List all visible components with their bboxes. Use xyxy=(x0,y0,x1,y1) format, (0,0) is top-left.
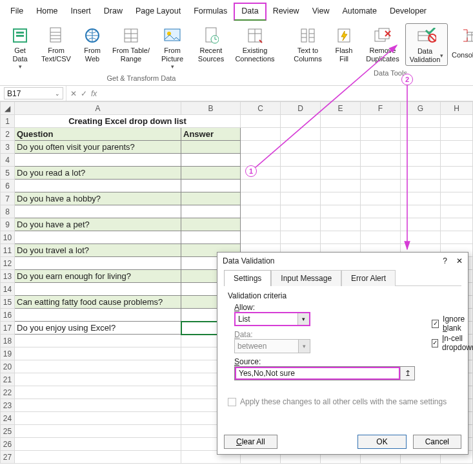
data-validation-button[interactable]: Data Validation ▾ xyxy=(405,23,448,66)
cell[interactable] xyxy=(361,154,401,167)
cell[interactable] xyxy=(401,192,441,205)
from-picture-button[interactable]: From Picture ▾ xyxy=(154,23,191,71)
cell[interactable] xyxy=(241,192,281,205)
cell[interactable] xyxy=(441,141,473,154)
cell[interactable] xyxy=(441,192,473,205)
incell-dropdown-checkbox[interactable]: ✓In-cell dropdown xyxy=(432,334,473,352)
cell[interactable] xyxy=(281,115,321,128)
col-A[interactable]: A xyxy=(15,102,181,115)
recent-sources-button[interactable]: Recent Sources xyxy=(192,23,230,71)
menu-formulas[interactable]: Formulas xyxy=(187,4,234,19)
existing-connections-button[interactable]: Existing Connections xyxy=(231,23,279,71)
cell[interactable] xyxy=(401,180,441,192)
cell[interactable] xyxy=(321,192,361,205)
cell[interactable] xyxy=(15,257,181,270)
cell[interactable] xyxy=(401,205,441,218)
ignore-blank-checkbox[interactable]: ✓Ignore blank xyxy=(432,315,473,333)
cell[interactable]: Do you have a hobby? xyxy=(15,192,181,205)
row-23[interactable]: 23 xyxy=(1,399,15,412)
cell[interactable] xyxy=(181,218,241,231)
cell[interactable] xyxy=(241,205,281,218)
row-16[interactable]: 16 xyxy=(1,309,15,322)
from-web-button[interactable]: From Web xyxy=(76,23,108,71)
col-F[interactable]: F xyxy=(361,102,401,115)
menu-insert[interactable]: Insert xyxy=(65,4,97,19)
cell[interactable] xyxy=(15,386,181,399)
menu-data[interactable]: Data xyxy=(234,3,266,21)
cell[interactable] xyxy=(401,128,441,141)
menu-home[interactable]: Home xyxy=(30,4,64,19)
col-D[interactable]: D xyxy=(281,102,321,115)
menu-review[interactable]: Review xyxy=(267,4,306,19)
get-data-button[interactable]: Get Data ▾ xyxy=(4,23,36,71)
cell[interactable]: Creating Excel drop down list xyxy=(15,115,241,128)
cell[interactable] xyxy=(181,205,241,218)
cell[interactable] xyxy=(441,128,473,141)
row-8[interactable]: 8 xyxy=(1,205,15,218)
from-textcsv-button[interactable]: From Text/CSV xyxy=(37,23,75,71)
row-7[interactable]: 7 xyxy=(1,192,15,205)
cancel-icon[interactable]: ✕ xyxy=(70,89,77,98)
ok-button[interactable]: OK xyxy=(357,435,406,449)
cell[interactable] xyxy=(361,218,401,231)
cell[interactable] xyxy=(181,154,241,167)
row-13[interactable]: 13 xyxy=(1,270,15,283)
col-H[interactable]: H xyxy=(441,102,473,115)
row-1[interactable]: 1 xyxy=(1,115,15,128)
cell[interactable]: Do you earn enough for living? xyxy=(15,270,181,283)
cell[interactable] xyxy=(321,154,361,167)
col-G[interactable]: G xyxy=(401,102,441,115)
row-21[interactable]: 21 xyxy=(1,373,15,386)
cell[interactable]: Do you enjoy using Excel? xyxy=(15,322,181,335)
cell[interactable] xyxy=(441,231,473,244)
cell[interactable] xyxy=(181,231,241,244)
cell[interactable] xyxy=(321,231,361,244)
cell[interactable] xyxy=(321,115,361,128)
row-11[interactable]: 11 xyxy=(1,244,15,257)
cell[interactable] xyxy=(241,154,281,167)
cell[interactable] xyxy=(361,180,401,192)
cell[interactable] xyxy=(441,218,473,231)
cell[interactable] xyxy=(15,231,181,244)
row-26[interactable]: 26 xyxy=(1,438,15,451)
cell[interactable] xyxy=(181,141,241,154)
cell[interactable] xyxy=(441,180,473,192)
cell[interactable] xyxy=(441,115,473,128)
cell[interactable]: Do you read a lot? xyxy=(15,167,181,180)
col-C[interactable]: C xyxy=(241,102,281,115)
cell[interactable] xyxy=(181,167,241,180)
cell[interactable] xyxy=(15,180,181,192)
cell[interactable]: Do you have a pet? xyxy=(15,218,181,231)
cell[interactable] xyxy=(15,154,181,167)
menu-draw[interactable]: Draw xyxy=(97,4,129,19)
cell[interactable] xyxy=(15,412,181,425)
menu-developer[interactable]: Developer xyxy=(383,4,433,19)
cell[interactable]: Do you often visit your parents? xyxy=(15,141,181,154)
cell[interactable] xyxy=(401,218,441,231)
cell[interactable] xyxy=(401,154,441,167)
cell[interactable] xyxy=(15,309,181,322)
row-2[interactable]: 2 xyxy=(1,128,15,141)
cell[interactable] xyxy=(15,399,181,412)
cell[interactable] xyxy=(321,205,361,218)
cell[interactable] xyxy=(361,115,401,128)
cell[interactable] xyxy=(321,180,361,192)
tab-input-message[interactable]: Input Message xyxy=(271,270,341,286)
row-20[interactable]: 20 xyxy=(1,360,15,373)
cell[interactable] xyxy=(241,115,281,128)
cell[interactable] xyxy=(181,180,241,192)
consolidate-button[interactable]: Consolidate xyxy=(449,23,473,66)
row-3[interactable]: 3 xyxy=(1,141,15,154)
text-to-columns-button[interactable]: Text to Columns xyxy=(289,23,327,66)
menu-view[interactable]: View xyxy=(306,4,336,19)
cancel-button[interactable]: Cancel xyxy=(413,435,461,449)
cell[interactable]: Question xyxy=(15,128,181,141)
cell[interactable] xyxy=(15,373,181,386)
cell[interactable] xyxy=(401,167,441,180)
cell[interactable]: Answer xyxy=(181,128,241,141)
row-25[interactable]: 25 xyxy=(1,425,15,438)
cell[interactable] xyxy=(361,231,401,244)
select-all[interactable]: ◢ xyxy=(1,102,15,115)
cell[interactable]: Can eatting fatty food cause problems? xyxy=(15,296,181,309)
formula-input[interactable] xyxy=(101,86,473,101)
